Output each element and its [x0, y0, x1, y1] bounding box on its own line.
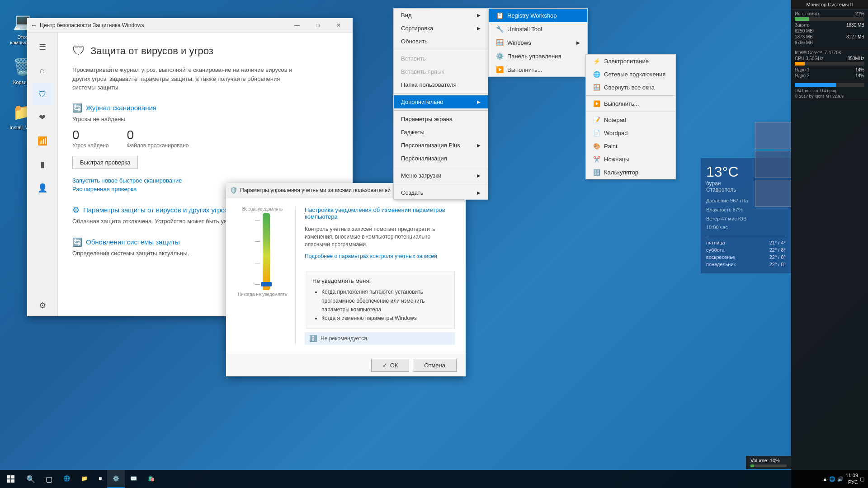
scan-icon: 🔄: [72, 103, 82, 113]
forecast-row-3: воскресенье 22° / 8°: [706, 253, 786, 261]
cpu-core2-l: Ядро 2: [795, 73, 810, 78]
taskbar-store-btn[interactable]: 🛍️: [142, 470, 160, 488]
task-view-btn[interactable]: ▢: [40, 470, 58, 488]
cpu-core1-l: Ядро 1: [795, 67, 810, 72]
ie-icon: 🌐: [63, 475, 70, 482]
sidebar-home-btn[interactable]: ⌂: [32, 60, 53, 81]
taskbar-explorer-btn[interactable]: 📁: [75, 470, 93, 488]
minimize-btn[interactable]: ―: [287, 18, 307, 33]
taskbar-sound-icon[interactable]: 🔊: [837, 476, 844, 482]
forecast-temp-3: 22° / 8°: [769, 254, 786, 260]
sidebar-menu-btn[interactable]: ☰: [32, 36, 53, 58]
sidebar-family-btn[interactable]: 👤: [32, 177, 53, 199]
settings-icon: ⚙️: [113, 475, 119, 482]
sub-paint[interactable]: 🎨 Paint: [586, 140, 675, 153]
desktop: 💻 Этот компьютер 🗑️ Корзина 📁 Install_W1…: [0, 0, 868, 488]
wordpad-icon: 📄: [593, 130, 600, 136]
taskbar-notification-icon[interactable]: ▲: [823, 476, 828, 482]
svg-rect-1: [11, 475, 14, 479]
taskbar-cmd-btn[interactable]: ■: [93, 470, 107, 488]
sidebar-settings-btn[interactable]: ⚙: [32, 295, 53, 316]
net-bar: [795, 83, 836, 87]
maximize-btn[interactable]: □: [307, 18, 328, 33]
cpu-pct: 850MHz: [848, 56, 864, 61]
ctx-vid[interactable]: Вид ▶: [394, 9, 488, 22]
nav-back-btn[interactable]: ←: [31, 22, 37, 29]
ctx-personalization[interactable]: Персонализация: [394, 152, 488, 165]
taskbar-network-icon[interactable]: 🌐: [829, 476, 835, 482]
taskbar-ie-btn[interactable]: 🌐: [58, 470, 75, 488]
search-btn[interactable]: 🔍: [22, 470, 40, 488]
close-btn[interactable]: ✕: [328, 18, 349, 33]
updates-title[interactable]: Обновления системы защиты: [86, 238, 180, 246]
security-window-controls: ― □ ✕: [287, 18, 349, 33]
quick-scan-btn[interactable]: Быстрая проверка: [72, 156, 138, 169]
additional-arrow: ▶: [477, 99, 481, 104]
ctx-user-folder[interactable]: Папка пользователя: [394, 78, 488, 91]
files-count: 0: [127, 128, 134, 142]
ctx-personalization-plus[interactable]: Персонализация Plus ▶: [394, 139, 488, 152]
ctx-sort[interactable]: Сортировка ▶: [394, 22, 488, 35]
mail-icon: ✉️: [130, 475, 137, 482]
taskbar-mail-btn[interactable]: ✉️: [125, 470, 142, 488]
ctx-create[interactable]: Создать ▶: [394, 186, 488, 199]
sub-calculator[interactable]: 🔢 Калькулятор: [586, 166, 675, 179]
scan-header: 🔄 Журнал сканирования: [72, 103, 338, 113]
volume-widget: Volume: 10%: [746, 456, 791, 469]
ctx-refresh[interactable]: Обновить: [394, 35, 488, 48]
protection-title[interactable]: Параметры защиты от вирусов и других угр…: [83, 206, 228, 214]
sub-power[interactable]: ⚡ Электропитание: [586, 55, 675, 68]
submenu-registry-workshop[interactable]: 📋 Registry Workshop: [489, 9, 587, 22]
sub-execute2[interactable]: ▶️ Выполнить...: [586, 97, 675, 110]
cpu-freq: CPU 3.50GHz: [795, 56, 823, 61]
sidebar-apps-btn[interactable]: ▮: [32, 154, 53, 175]
explorer-icon: 📁: [81, 475, 88, 482]
boot-arrow: ▶: [477, 173, 481, 178]
uac-footer: ✓ ОК Отмена: [226, 354, 466, 376]
sub-wordpad[interactable]: 📄 Wordpad: [586, 127, 675, 140]
sidebar-network-btn[interactable]: 📶: [32, 130, 53, 152]
ctx-gadgets[interactable]: Гаджеты: [394, 126, 488, 139]
uac-cancel-btn[interactable]: Отмена: [413, 359, 457, 372]
submenu-uninstall-tool[interactable]: 🔧 Uninstall Tool: [489, 22, 587, 36]
security-sidebar: ☰ ⌂ 🛡 ❤ 📶 ▮ 👤 ⚙: [27, 33, 58, 316]
ctx-screen-params[interactable]: Параметры экрана: [394, 113, 488, 126]
task-thumb-1[interactable]: [755, 122, 791, 149]
mem-pct: 21%: [855, 11, 864, 16]
sys-mem-row: Исп. память 21%: [795, 11, 864, 16]
taskbar: 🔍 ▢ 🌐 📁 ■ ⚙️ ✉️ 🛍️ ▲ 🌐 🔊: [0, 470, 868, 488]
sub-scissors[interactable]: ✂️ Ножницы: [586, 153, 675, 166]
files-label: Файлов просканировано: [127, 142, 189, 149]
security-page-title: Защита от вирусов и угроз: [90, 45, 213, 57]
forecast-day-1: пятница: [706, 240, 725, 245]
cpu-bar-container: [795, 62, 864, 66]
taskbar-time[interactable]: 11:09 РУС: [845, 472, 858, 486]
submenu-windows[interactable]: 🪟 Windows ▶: [489, 36, 587, 49]
submenu-control-panel[interactable]: ⚙️ Панель управления: [489, 49, 587, 63]
sub-notepad[interactable]: 📝 Notepad: [586, 113, 675, 127]
taskbar-settings-btn[interactable]: ⚙️: [107, 470, 125, 488]
sidebar-shield-btn[interactable]: 🛡: [32, 83, 53, 105]
submenu-execute[interactable]: ▶️ Выполнить...: [489, 63, 587, 76]
tick1: —: [255, 217, 260, 222]
slider-thumb-indicator[interactable]: [261, 282, 272, 286]
taskbar-notification-center-icon[interactable]: ▢: [860, 476, 864, 482]
sys-version: © 2017 by Iqons MT v2.9.9: [795, 94, 864, 99]
cpu-name: Intel® Core™ i7-4770K: [795, 50, 842, 55]
task-thumb-2[interactable]: [755, 151, 791, 178]
notepad-icon: 📝: [593, 117, 600, 123]
sub-net[interactable]: 🌐 Сетевые подключения: [586, 68, 675, 81]
uac-ok-btn[interactable]: ✓ ОК: [371, 359, 410, 372]
uac-title: 🛡️ Параметры управления учётными записям…: [230, 187, 391, 194]
slider-track: [263, 213, 270, 290]
uac-right-content: Настройка уведомления об изменении парам…: [296, 206, 455, 345]
task-thumb-3[interactable]: [755, 180, 791, 207]
ctx-additional[interactable]: Дополнительно ▶: [394, 95, 488, 108]
start-button[interactable]: [0, 470, 22, 488]
mem-bar: [795, 17, 809, 21]
ctx-boot-menu[interactable]: Меню загрузки ▶: [394, 169, 488, 182]
sidebar-heart-btn[interactable]: ❤: [32, 107, 53, 128]
scan-title[interactable]: Журнал сканирования: [86, 104, 156, 112]
uac-learn-more-link[interactable]: Подробнее о параметрах контроля учётных …: [305, 253, 437, 259]
sub-minimize-all[interactable]: 🪟 Свернуть все окна: [586, 81, 675, 94]
